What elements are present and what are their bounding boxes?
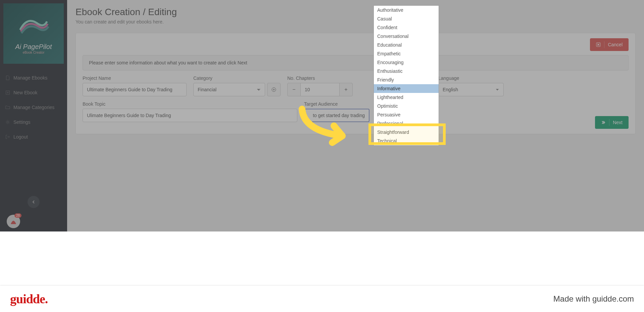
sidebar-item-label: Settings	[13, 119, 31, 125]
tone-option-educational[interactable]: Educational	[374, 41, 439, 49]
chapters-decrement-button[interactable]: −	[287, 83, 301, 96]
footer-text: Made with guidde.com	[553, 294, 634, 304]
cancel-button[interactable]: Cancel	[590, 38, 629, 51]
chapters-increment-button[interactable]: +	[339, 83, 353, 96]
logo-wave-icon	[17, 13, 50, 40]
audience-input[interactable]	[304, 109, 369, 122]
tone-option-conversational[interactable]: Conversational	[374, 32, 439, 41]
logo[interactable]: Ai PagePilot eBook Creator	[3, 3, 64, 64]
sidebar-item-manage-ebooks[interactable]: Manage Ebooks	[0, 70, 67, 85]
tone-option-technical[interactable]: Technical	[374, 137, 439, 145]
file-icon	[5, 75, 10, 80]
language-select[interactable]: English	[438, 83, 504, 96]
sidebar-item-logout[interactable]: Logout	[0, 129, 67, 144]
add-category-button[interactable]	[267, 83, 281, 96]
tone-option-professional[interactable]: Professional	[374, 119, 439, 128]
form-card: Cancel Please enter some information abo…	[76, 33, 636, 134]
collapse-sidebar-button[interactable]	[28, 196, 40, 208]
main-content: Ebook Creation / Editing You can create …	[67, 0, 644, 231]
notification-badge[interactable]: 28	[7, 215, 20, 228]
sidebar-item-settings[interactable]: Settings	[0, 115, 67, 129]
page-subtitle: You can create and edit your ebooks here…	[76, 19, 636, 24]
tone-option-optimistic[interactable]: Optimistic	[374, 102, 439, 110]
chapters-input[interactable]	[301, 83, 339, 96]
gear-icon	[5, 120, 10, 124]
sidebar-item-label: Manage Categories	[13, 105, 54, 110]
plus-circle-icon	[271, 87, 276, 92]
category-select[interactable]: Financial	[193, 83, 265, 96]
tone-dropdown: AuthoritativeCasualConfidentConversation…	[374, 5, 439, 146]
logo-title: Ai PagePilot	[15, 43, 52, 51]
close-icon	[596, 42, 601, 47]
tone-option-persuasive[interactable]: Persuasive	[374, 110, 439, 119]
tone-option-enthusiastic[interactable]: Enthusiastic	[374, 67, 439, 75]
audience-label: Target Audience	[304, 101, 369, 107]
plus-icon: +	[344, 87, 347, 93]
tone-option-informative[interactable]: Informative	[374, 84, 439, 93]
next-label: Next	[613, 120, 623, 125]
logout-icon	[5, 135, 10, 139]
badge-count: 28	[14, 213, 21, 218]
folder-icon	[5, 105, 10, 110]
tone-option-empathetic[interactable]: Empathetic	[374, 49, 439, 58]
tone-option-friendly[interactable]: Friendly	[374, 75, 439, 84]
tone-option-straightforward[interactable]: Straightforward	[374, 128, 439, 137]
sidebar-item-label: Manage Ebooks	[13, 75, 47, 81]
project-name-label: Project Name	[83, 75, 187, 81]
tone-option-encouraging[interactable]: Encouraging	[374, 58, 439, 67]
chevron-double-right-icon	[601, 120, 606, 125]
sidebar-item-label: Logout	[13, 134, 28, 140]
sidebar-item-new-ebook[interactable]: New Ebook	[0, 85, 67, 100]
guidde-logo: guidde.	[10, 292, 48, 306]
topic-input[interactable]	[83, 109, 297, 122]
language-label: Language	[438, 75, 504, 81]
page-title: Ebook Creation / Editing	[76, 7, 636, 17]
tone-option-lighthearted[interactable]: Lighthearted	[374, 93, 439, 102]
info-banner: Please enter some information about what…	[83, 55, 629, 70]
svg-point-1	[7, 121, 8, 123]
chevron-left-icon	[32, 200, 35, 204]
plus-file-icon	[5, 90, 10, 95]
sidebar-item-label: New Ebook	[13, 90, 38, 95]
tone-option-confident[interactable]: Confident	[374, 23, 439, 32]
chapters-label: No. Chapters	[287, 75, 353, 81]
sidebar-item-manage-categories[interactable]: Manage Categories	[0, 100, 67, 115]
tone-option-casual[interactable]: Casual	[374, 14, 439, 23]
sidebar: Ai PagePilot eBook Creator Manage Ebooks…	[0, 0, 67, 231]
next-button[interactable]: Next	[595, 116, 629, 129]
category-label: Category	[193, 75, 281, 81]
topic-label: Book Topic	[83, 101, 297, 107]
project-name-input[interactable]	[83, 83, 187, 96]
tone-option-authoritative[interactable]: Authoritative	[374, 6, 439, 14]
logo-subtitle: eBook Creator	[15, 51, 52, 54]
minus-icon: −	[292, 87, 295, 93]
footer-bar: guidde. Made with guidde.com	[0, 286, 644, 312]
cancel-label: Cancel	[608, 42, 623, 47]
